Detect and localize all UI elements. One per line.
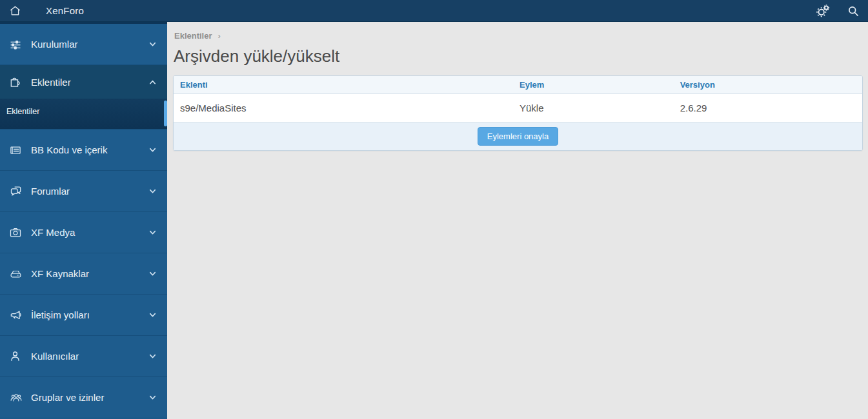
- cell-versiyon: 2.6.29: [674, 94, 862, 122]
- sidebar-submenu-eklentiler: Eklentiler: [0, 99, 167, 130]
- column-header-versiyon: Versiyon: [674, 76, 862, 94]
- app-title[interactable]: XenForo: [46, 5, 84, 16]
- forums-icon: [9, 185, 26, 198]
- sidebar-item-eklentiler[interactable]: Eklentiler: [0, 65, 167, 99]
- sidebar-item-label: Gruplar ve izinler: [31, 392, 148, 403]
- sidebar-item-label: XF Kaynaklar: [31, 268, 148, 279]
- sidebar-item-label: BB Kodu ve içerik: [31, 144, 148, 155]
- sidebar-item-kullanicilar[interactable]: Kullanıcılar: [0, 336, 167, 377]
- chevron-down-icon: [148, 39, 158, 49]
- table-row: s9e/MediaSites Yükle 2.6.29: [174, 94, 862, 122]
- cell-eylem: Yükle: [513, 94, 674, 122]
- column-header-eklenti: Eklenti: [174, 76, 513, 94]
- chevron-down-icon: [148, 228, 158, 237]
- sidebar-item-label: Kullanıcılar: [31, 351, 148, 362]
- user-icon: [9, 350, 26, 363]
- cell-eklenti: s9e/MediaSites: [174, 94, 513, 122]
- sidebar-item-kurulumlar[interactable]: Kurulumlar: [0, 24, 167, 65]
- search-icon[interactable]: [838, 0, 868, 22]
- users-icon: [9, 391, 26, 404]
- topbar: XenForo: [0, 0, 868, 22]
- sidebar-item-xf-medya[interactable]: XF Medya: [0, 212, 167, 253]
- cogs-icon[interactable]: [807, 0, 838, 22]
- chevron-down-icon: [148, 269, 158, 278]
- table-footer: Eylemleri onayla: [174, 122, 862, 150]
- sidebar: Kurulumlar Eklentiler Eklentiler: [0, 22, 167, 419]
- breadcrumb-link-eklentiler[interactable]: Eklentiler: [174, 31, 212, 41]
- sidebar-item-label: XF Medya: [31, 227, 148, 238]
- megaphone-icon: [9, 309, 26, 322]
- camera-icon: [9, 226, 26, 239]
- sidebar-item-gruplar[interactable]: Gruplar ve izinler: [0, 377, 167, 418]
- sliders-icon: [9, 38, 26, 51]
- chevron-down-icon: [148, 393, 158, 402]
- column-header-eylem: Eylem: [513, 76, 674, 94]
- sidebar-item-iletisim[interactable]: İletişim yolları: [0, 295, 167, 336]
- sidebar-item-label: İletişim yolları: [31, 309, 148, 320]
- sidebar-item-label: Forumlar: [31, 186, 148, 197]
- chevron-down-icon: [148, 186, 158, 196]
- breadcrumb-separator: ›: [218, 31, 221, 41]
- sidebar-item-forumlar[interactable]: Forumlar: [0, 171, 167, 212]
- main-content: Eklentiler › Arşivden yükle/yükselt Ekle…: [167, 22, 868, 419]
- table-header-row: Eklenti Eylem Versiyon: [174, 76, 862, 94]
- sidebar-item-xf-kaynaklar[interactable]: XF Kaynaklar: [0, 253, 167, 295]
- chevron-down-icon: [148, 145, 158, 155]
- puzzle-icon: [9, 75, 26, 88]
- bbcode-card-icon: [9, 144, 26, 157]
- chevron-up-icon: [148, 77, 158, 87]
- sidebar-item-label: Eklentiler: [31, 77, 148, 88]
- addon-table: Eklenti Eylem Versiyon s9e/MediaSites Yü…: [173, 75, 863, 151]
- chevron-down-icon: [148, 351, 158, 361]
- breadcrumb: Eklentiler ›: [173, 30, 863, 41]
- sidebar-item-label: Kurulumlar: [31, 39, 148, 50]
- sidebar-item-bb-kodu[interactable]: BB Kodu ve içerik: [0, 130, 167, 171]
- chevron-down-icon: [148, 310, 158, 320]
- drive-icon: [9, 268, 26, 280]
- sidebar-subitem-eklentiler[interactable]: Eklentiler: [0, 99, 167, 124]
- home-icon[interactable]: [0, 5, 30, 17]
- page-title: Arşivden yükle/yükselt: [173, 46, 863, 66]
- confirm-actions-button[interactable]: Eylemleri onayla: [478, 127, 558, 146]
